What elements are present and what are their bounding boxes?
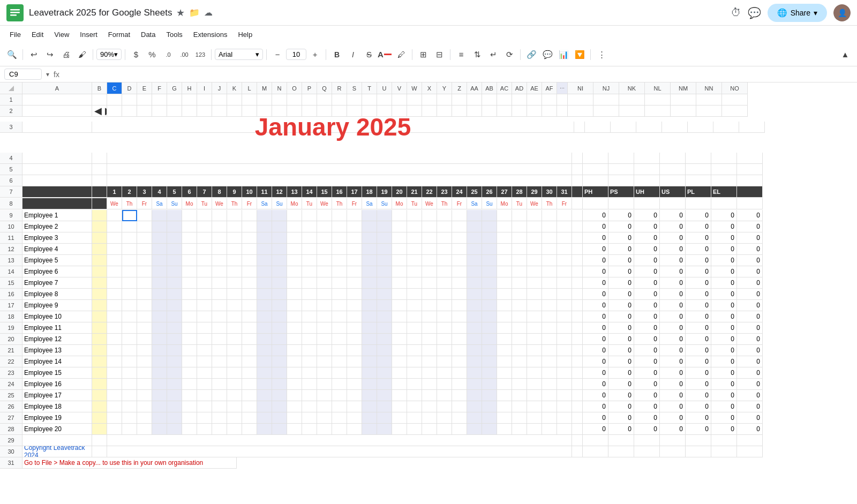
cell-day6-row9[interactable] bbox=[182, 210, 197, 221]
row-num-26[interactable]: 26 bbox=[0, 401, 22, 412]
cell-day13-row25[interactable] bbox=[287, 390, 302, 401]
summary-PL-row10[interactable]: 0 bbox=[686, 221, 711, 232]
cell-day9-row11[interactable] bbox=[227, 232, 242, 244]
cell-day25-row15[interactable] bbox=[467, 277, 482, 289]
cell-W1[interactable] bbox=[407, 94, 422, 106]
cell-day27-row14[interactable] bbox=[497, 266, 512, 277]
cell-day25-row12[interactable] bbox=[467, 244, 482, 255]
cell-day5-row17[interactable] bbox=[167, 300, 182, 311]
cell-day9-row18[interactable] bbox=[227, 311, 242, 322]
cell-B8[interactable] bbox=[92, 198, 107, 209]
cell-day29-row9[interactable] bbox=[527, 210, 542, 221]
cell-day22-row19[interactable] bbox=[422, 322, 437, 334]
cell-day21-row17[interactable] bbox=[407, 300, 422, 311]
summary-PL-row16[interactable]: 0 bbox=[686, 289, 711, 300]
cell-day16-row25[interactable] bbox=[332, 390, 347, 401]
cell-day1-row28[interactable] bbox=[107, 424, 122, 435]
paint-format-button[interactable]: 🖌 bbox=[74, 47, 89, 62]
formula-input[interactable] bbox=[64, 70, 853, 78]
menu-data[interactable]: Data bbox=[136, 28, 161, 41]
cell-day18-row20[interactable] bbox=[362, 334, 377, 345]
cell-A2[interactable] bbox=[22, 106, 92, 117]
cell-day8-row18[interactable] bbox=[212, 311, 227, 322]
cell-day31-row23[interactable] bbox=[557, 367, 572, 379]
summary-PH-row27[interactable]: 0 bbox=[583, 412, 608, 424]
summary-EL-row27[interactable]: 0 bbox=[711, 412, 737, 424]
cell-days5[interactable] bbox=[107, 164, 572, 175]
col-header-O[interactable]: O bbox=[287, 82, 302, 94]
comment-icon[interactable]: 💬 bbox=[748, 6, 761, 19]
cell-day2-row25[interactable] bbox=[122, 390, 137, 401]
summary-PL-row11[interactable]: 0 bbox=[686, 232, 711, 244]
cell-day31-row20[interactable] bbox=[557, 334, 572, 345]
cell-day31-row18[interactable] bbox=[557, 311, 572, 322]
cell-day18-row23[interactable] bbox=[362, 367, 377, 379]
cell-day29-row12[interactable] bbox=[527, 244, 542, 255]
cell-day18-row9[interactable] bbox=[362, 210, 377, 221]
cell-day3-row21[interactable] bbox=[137, 345, 152, 356]
cell-day17-row14[interactable] bbox=[347, 266, 362, 277]
extra-row13[interactable]: 0 bbox=[737, 255, 763, 266]
summary-UH-row16[interactable]: 0 bbox=[634, 289, 660, 300]
cell-NJ3[interactable] bbox=[611, 122, 636, 133]
cell-day31-row10[interactable] bbox=[557, 221, 572, 232]
cell-day19-row10[interactable] bbox=[377, 221, 392, 232]
cell-day22-row12[interactable] bbox=[422, 244, 437, 255]
cell-day24-row13[interactable] bbox=[452, 255, 467, 266]
cell-day9-row14[interactable] bbox=[227, 266, 242, 277]
cell-day26-row19[interactable] bbox=[482, 322, 497, 334]
cell-day21-row10[interactable] bbox=[407, 221, 422, 232]
cell-day10-row17[interactable] bbox=[242, 300, 257, 311]
cell-day19-row24[interactable] bbox=[377, 379, 392, 390]
history-icon[interactable]: ⏱ bbox=[731, 6, 741, 19]
cell-day30-row14[interactable] bbox=[542, 266, 557, 277]
cell-M1[interactable] bbox=[257, 94, 272, 106]
cell-day25-row18[interactable] bbox=[467, 311, 482, 322]
row-num-14[interactable]: 14 bbox=[0, 266, 22, 277]
cell-day16-row18[interactable] bbox=[332, 311, 347, 322]
cell-NM30[interactable] bbox=[686, 446, 711, 457]
col-header-C[interactable]: C bbox=[107, 82, 122, 94]
row-num-6[interactable]: 6 bbox=[0, 175, 22, 186]
cell-day9-row27[interactable] bbox=[227, 412, 242, 424]
cell-day30-row17[interactable] bbox=[542, 300, 557, 311]
col-header-V[interactable]: V bbox=[392, 82, 407, 94]
cell-day23-row25[interactable] bbox=[437, 390, 452, 401]
summary-US-row23[interactable]: 0 bbox=[660, 367, 686, 379]
cell-day4-row17[interactable] bbox=[152, 300, 167, 311]
cell-B5[interactable] bbox=[92, 164, 107, 175]
cell-day13-row21[interactable] bbox=[287, 345, 302, 356]
cell-day10-row19[interactable] bbox=[242, 322, 257, 334]
cell-day28-row13[interactable] bbox=[512, 255, 527, 266]
cell-day23-row15[interactable] bbox=[437, 277, 452, 289]
menu-edit[interactable]: Edit bbox=[26, 28, 49, 41]
cell-day21-row9[interactable] bbox=[407, 210, 422, 221]
cell-B17[interactable] bbox=[92, 300, 107, 311]
summary-PH-row19[interactable]: 0 bbox=[583, 322, 608, 334]
cell-day4-row13[interactable] bbox=[152, 255, 167, 266]
col-header-NL[interactable]: NL bbox=[645, 82, 671, 94]
summary-UH-row9[interactable]: 0 bbox=[634, 210, 660, 221]
row-num-28[interactable]: 28 bbox=[0, 424, 22, 435]
cell-day6-row23[interactable] bbox=[182, 367, 197, 379]
cell-day6-row12[interactable] bbox=[182, 244, 197, 255]
cell-day25-row24[interactable] bbox=[467, 379, 482, 390]
cell-day1-row27[interactable] bbox=[107, 412, 122, 424]
col-header-H[interactable]: H bbox=[182, 82, 197, 94]
cell-day12-row14[interactable] bbox=[272, 266, 287, 277]
cell-day16-row17[interactable] bbox=[332, 300, 347, 311]
employee-name-17[interactable]: Employee 9 bbox=[22, 300, 92, 311]
cell-day30-row23[interactable] bbox=[542, 367, 557, 379]
cell-day3-row23[interactable] bbox=[137, 367, 152, 379]
cell-B19[interactable] bbox=[92, 322, 107, 334]
cell-day22-row28[interactable] bbox=[422, 424, 437, 435]
summary-PL-row21[interactable]: 0 bbox=[686, 345, 711, 356]
cell-day9-row20[interactable] bbox=[227, 334, 242, 345]
cell-day25-row10[interactable] bbox=[467, 221, 482, 232]
cell-day25-row11[interactable] bbox=[467, 232, 482, 244]
cell-day1-row12[interactable] bbox=[107, 244, 122, 255]
cell-day17-row28[interactable] bbox=[347, 424, 362, 435]
cell-day31-row15[interactable] bbox=[557, 277, 572, 289]
cell-day19-row18[interactable] bbox=[377, 311, 392, 322]
cell-day28-row27[interactable] bbox=[512, 412, 527, 424]
